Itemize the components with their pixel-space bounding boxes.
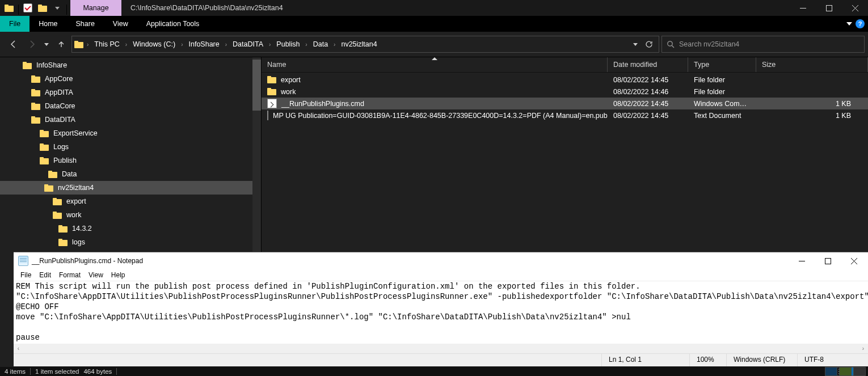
notepad-menu-bar: File Edit Format View Help <box>14 269 868 281</box>
refresh-button[interactable] <box>643 38 655 50</box>
breadcrumb[interactable]: This PC <box>92 39 121 49</box>
list-item-name: __RunPublishPlugins.cmd <box>281 100 364 108</box>
tree-item[interactable]: AppCore <box>0 72 252 86</box>
chevron-right-icon: › <box>124 41 128 48</box>
notepad-menu-view[interactable]: View <box>85 271 107 280</box>
ribbon-collapse-icon[interactable] <box>846 22 852 26</box>
address-bar[interactable]: › This PC› Windows (C:)› InfoShare› Data… <box>71 36 659 53</box>
close-button[interactable] <box>842 0 868 16</box>
qat-folder-icon[interactable] <box>2 0 16 16</box>
notepad-text-area[interactable]: REM This script will run the publish pos… <box>14 281 868 344</box>
notepad-minimize-button[interactable] <box>789 252 815 269</box>
notepad-menu-format[interactable]: Format <box>56 271 84 280</box>
folder-icon <box>48 171 57 178</box>
tree-item-label: work <box>66 211 81 219</box>
chevron-right-icon: › <box>180 41 184 48</box>
list-item-date: 08/02/2022 14:45 <box>608 112 688 120</box>
tray-icon[interactable] <box>825 367 837 376</box>
list-item-size: 1 KB <box>756 100 868 108</box>
chevron-right-icon: › <box>224 41 228 48</box>
tray-icon[interactable] <box>853 367 866 376</box>
tree-item[interactable]: export <box>0 195 252 208</box>
tree-item-label: 14.3.2 <box>72 225 92 233</box>
ribbon-context-tab-manage[interactable]: Manage <box>70 0 121 16</box>
folder-icon <box>58 239 68 246</box>
tree-item[interactable]: nv25izltan4 <box>0 181 252 195</box>
scroll-right-icon[interactable]: › <box>858 345 868 352</box>
tree-item-label: AppDITA <box>45 88 73 96</box>
scrollbar-thumb[interactable] <box>252 60 261 111</box>
menu-application-tools[interactable]: Application Tools <box>137 16 209 32</box>
notepad-status-bar: Ln 1, Col 1 100% Windows (CRLF) UTF-8 <box>14 353 868 366</box>
breadcrumb[interactable]: Publish <box>274 39 302 49</box>
tree-item[interactable]: Logs <box>0 140 252 154</box>
menu-home[interactable]: Home <box>30 16 66 32</box>
column-header-size[interactable]: Size <box>756 57 868 72</box>
notepad-menu-edit[interactable]: Edit <box>36 271 54 280</box>
tree-item[interactable]: logs <box>0 235 252 249</box>
list-item[interactable]: MP UG Publication=GUID-03081B9A-11E4-486… <box>262 109 868 121</box>
quick-access-toolbar <box>0 0 70 16</box>
list-item[interactable]: work08/02/2022 14:46File folder <box>262 86 868 98</box>
search-input[interactable]: Search nv25izltan4 <box>661 36 865 53</box>
qat-properties-icon[interactable] <box>21 0 35 16</box>
menu-file[interactable]: File <box>0 16 30 32</box>
folder-icon <box>58 225 68 233</box>
explorer-status-bar: 4 items 1 item selected 464 bytes <box>0 367 868 376</box>
column-header-name[interactable]: Name <box>262 57 608 72</box>
list-item-name: export <box>281 76 301 84</box>
address-folder-icon <box>74 41 83 48</box>
tree-item[interactable]: DataCore <box>0 99 252 113</box>
minimize-button[interactable] <box>790 0 816 16</box>
tree-item[interactable]: Data <box>0 167 252 181</box>
nav-forward-button[interactable] <box>24 36 40 52</box>
status-selected-count: 1 item selected <box>35 368 79 375</box>
nav-back-button[interactable] <box>6 36 22 52</box>
list-item[interactable]: __RunPublishPlugins.cmd08/02/2022 14:45W… <box>262 98 868 109</box>
tree-item[interactable]: ExportService <box>0 126 252 140</box>
tree-item[interactable]: 14.3.2 <box>0 222 252 235</box>
file-list[interactable]: export08/02/2022 14:45File folderwork08/… <box>262 73 868 121</box>
tree-item[interactable]: DataDITA <box>0 113 252 126</box>
help-icon[interactable]: ? <box>856 19 865 28</box>
qat-customize-caret-icon[interactable] <box>50 0 64 16</box>
menu-view[interactable]: View <box>104 16 137 32</box>
breadcrumb[interactable]: InfoShare <box>187 39 222 49</box>
tray-icon[interactable] <box>839 367 852 376</box>
list-item-size: 1 KB <box>756 112 868 120</box>
notepad-maximize-button[interactable] <box>815 252 841 269</box>
tree-item[interactable]: work <box>0 208 252 222</box>
tree-item[interactable]: InfoShare <box>0 58 252 72</box>
tree-item[interactable]: Publish <box>0 154 252 167</box>
explorer-nav-bar: › This PC› Windows (C:)› InfoShare› Data… <box>0 32 868 57</box>
column-header-date[interactable]: Date modified <box>608 57 688 72</box>
chevron-right-icon: › <box>304 41 308 48</box>
tree-item[interactable]: AppDITA <box>0 86 252 99</box>
qat-new-folder-icon[interactable] <box>36 0 49 16</box>
scroll-left-icon[interactable]: ‹ <box>14 345 23 352</box>
tree-item-label: DataCore <box>45 102 75 110</box>
address-history-caret-icon[interactable] <box>629 38 642 50</box>
notepad-horizontal-scrollbar[interactable]: ‹ › <box>14 344 868 353</box>
search-placeholder: Search nv25izltan4 <box>679 40 739 48</box>
notepad-menu-file[interactable]: File <box>17 271 35 280</box>
notepad-title-bar[interactable]: __RunPublishPlugins.cmd - Notepad <box>14 252 868 269</box>
notepad-app-icon <box>18 256 28 266</box>
tree-item-label: AppCore <box>45 75 73 83</box>
list-header: Name Date modified Type Size <box>262 57 868 73</box>
tree-item-label: InfoShare <box>36 61 67 69</box>
breadcrumb[interactable]: nv25izltan4 <box>339 39 379 49</box>
column-header-type[interactable]: Type <box>688 57 756 72</box>
notepad-menu-help[interactable]: Help <box>108 271 129 280</box>
menu-share[interactable]: Share <box>67 16 104 32</box>
breadcrumb[interactable]: DataDITA <box>230 39 266 49</box>
notepad-close-button[interactable] <box>841 252 867 269</box>
list-item-name: MP UG Publication=GUID-03081B9A-11E4-486… <box>273 112 608 120</box>
maximize-button[interactable] <box>816 0 842 16</box>
nav-up-button[interactable] <box>53 36 69 52</box>
text-file-icon <box>267 111 268 120</box>
nav-history-dropdown[interactable] <box>42 36 51 52</box>
breadcrumb[interactable]: Data <box>311 39 330 49</box>
breadcrumb[interactable]: Windows (C:) <box>130 39 178 49</box>
list-item[interactable]: export08/02/2022 14:45File folder <box>262 74 868 86</box>
